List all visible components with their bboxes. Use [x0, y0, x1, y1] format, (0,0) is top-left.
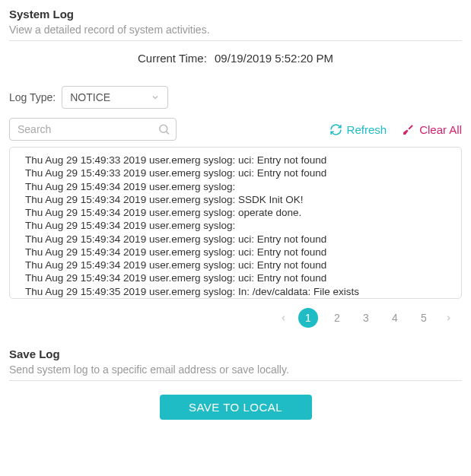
system-log-title: System Log	[9, 8, 462, 21]
log-line: Thu Aug 29 15:49:34 2019 user.emerg sysl…	[25, 206, 458, 219]
search-wrap	[9, 118, 177, 141]
log-line: Thu Aug 29 15:49:35 2019 user.emerg sysl…	[25, 285, 458, 298]
log-type-label: Log Type:	[9, 91, 56, 103]
clear-all-button[interactable]: Clear All	[402, 123, 462, 136]
log-line: Thu Aug 29 15:49:34 2019 user.emerg sysl…	[25, 193, 458, 206]
page-3[interactable]: 3	[356, 308, 376, 328]
page-1[interactable]: 1	[298, 308, 318, 328]
refresh-icon	[329, 123, 342, 136]
log-line: Thu Aug 29 15:49:34 2019 user.emerg sysl…	[25, 259, 458, 271]
page-2[interactable]: 2	[327, 308, 347, 328]
save-to-local-button[interactable]: SAVE TO LOCAL	[160, 395, 312, 420]
log-type-row: Log Type: NOTICE	[9, 86, 462, 109]
refresh-button[interactable]: Refresh	[329, 123, 387, 136]
log-line: Thu Aug 29 15:49:34 2019 user.emerg sysl…	[25, 219, 458, 232]
page-prev[interactable]	[276, 314, 291, 322]
log-line: Thu Aug 29 15:49:34 2019 user.emerg sysl…	[25, 180, 458, 193]
divider	[9, 40, 462, 41]
current-time: Current Time: 09/19/2019 5:52:20 PM	[9, 52, 462, 65]
log-line: Thu Aug 29 15:49:33 2019 user.emerg sysl…	[25, 154, 458, 167]
toolbar: Refresh Clear All	[9, 118, 462, 141]
actions: Refresh Clear All	[329, 123, 462, 136]
search-icon	[158, 123, 170, 136]
divider	[9, 380, 462, 381]
refresh-label: Refresh	[347, 123, 387, 136]
save-log-desc: Send system log to a specific email addr…	[9, 363, 462, 376]
log-line: Thu Aug 29 15:49:34 2019 user.emerg sysl…	[25, 271, 458, 284]
page-4[interactable]: 4	[385, 308, 405, 328]
system-log-desc: View a detailed record of system activit…	[9, 24, 462, 36]
page-next[interactable]	[441, 314, 456, 322]
current-time-label: Current Time:	[138, 52, 207, 65]
page-5[interactable]: 5	[414, 308, 434, 328]
log-line: Thu Aug 29 15:49:34 2019 user.emerg sysl…	[25, 246, 458, 259]
broom-icon	[402, 123, 415, 136]
chevron-down-icon	[151, 93, 160, 102]
save-log-title: Save Log	[9, 347, 462, 360]
log-line: Thu Aug 29 15:49:34 2019 user.emerg sysl…	[25, 233, 458, 246]
log-type-select[interactable]: NOTICE	[62, 86, 168, 109]
log-line: Thu Aug 29 15:49:33 2019 user.emerg sysl…	[25, 167, 458, 179]
svg-point-0	[160, 125, 167, 132]
log-output[interactable]: Thu Aug 29 15:49:33 2019 user.emerg sysl…	[9, 147, 462, 299]
current-time-value: 09/19/2019 5:52:20 PM	[215, 52, 333, 65]
log-type-selected: NOTICE	[70, 91, 110, 103]
clear-all-label: Clear All	[419, 123, 462, 136]
search-input[interactable]	[9, 118, 177, 141]
svg-line-1	[166, 132, 168, 134]
pagination: 12345	[9, 308, 462, 328]
